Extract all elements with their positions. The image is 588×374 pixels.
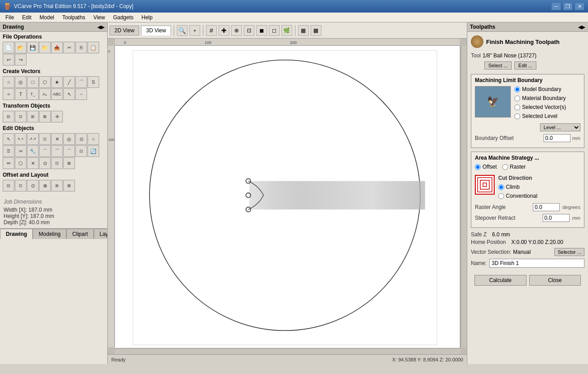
stepover-retract-input[interactable]: [543, 214, 570, 222]
ungroup-btn[interactable]: ✕: [51, 133, 63, 145]
join-btn[interactable]: ◎: [63, 133, 75, 145]
text-on-curve[interactable]: T_: [27, 88, 39, 100]
weld-btn[interactable]: 🔧: [27, 145, 39, 157]
dimension-tool[interactable]: ↔: [75, 88, 87, 100]
ellipse-tool[interactable]: ◎: [15, 76, 26, 88]
multi-select-tool[interactable]: ↗↗: [27, 133, 39, 145]
view-3d-btn[interactable]: 3D View: [141, 26, 171, 35]
step-repeat-tool[interactable]: ⊙: [27, 180, 39, 191]
canvas-container[interactable]: 0 100 200 0 100: [108, 39, 467, 354]
new-file-btn[interactable]: 📄: [3, 42, 14, 53]
zoom-box-icon[interactable]: ⊡: [244, 25, 255, 36]
edit-tool-btn[interactable]: Edit ...: [514, 61, 536, 70]
select-tool-btn[interactable]: Select ...: [484, 61, 512, 70]
close-button[interactable]: ✕: [575, 2, 584, 10]
cut-btn[interactable]: ✂: [63, 42, 75, 53]
circle-tool[interactable]: ○: [3, 76, 14, 88]
boolean-sub[interactable]: ⊡: [51, 157, 63, 169]
calculate-btn[interactable]: Calculate: [474, 275, 527, 286]
circular-copy-tool[interactable]: ⊕: [39, 180, 51, 191]
radio-climb[interactable]: Climb: [498, 184, 537, 190]
radio-model-boundary[interactable]: Model Boundary: [514, 86, 566, 92]
smooth-btn[interactable]: ⌒: [51, 145, 63, 157]
radio-selected-vectors[interactable]: Selected Vector(s): [514, 104, 566, 110]
select-tool[interactable]: ↖: [3, 133, 14, 145]
boundary-btn[interactable]: ⬡: [15, 157, 26, 169]
redo-btn[interactable]: ↪: [15, 54, 26, 65]
menu-edit[interactable]: Edit: [18, 13, 35, 22]
delete-btn[interactable]: ✕: [27, 157, 39, 169]
offset-tool[interactable]: ⊟: [3, 180, 14, 191]
arc-tool[interactable]: ⌒: [75, 76, 87, 88]
drawing-canvas[interactable]: [115, 46, 460, 354]
node-edit-tool[interactable]: ↖+: [15, 133, 26, 145]
selector-btn[interactable]: Selector ...: [554, 248, 584, 256]
fillet-btn[interactable]: ⌒: [63, 145, 75, 157]
view-tool1[interactable]: ◼: [256, 25, 267, 36]
view-tool5[interactable]: ▩: [311, 25, 321, 36]
copy-btn[interactable]: ⎘: [75, 42, 87, 53]
minimize-button[interactable]: ─: [551, 2, 561, 10]
scrollbar-horizontal[interactable]: [115, 348, 461, 354]
distribute-btn[interactable]: ⊠: [39, 111, 51, 122]
tab-drawing[interactable]: Drawing: [0, 229, 33, 239]
tab-modeling[interactable]: Modeling: [33, 229, 66, 239]
move-btn[interactable]: ✛: [51, 111, 63, 122]
tab-clipart[interactable]: Clipart: [66, 229, 94, 239]
spiral-tool[interactable]: S: [88, 76, 99, 88]
menu-view[interactable]: View: [90, 13, 109, 22]
view-2d-btn[interactable]: 2D View: [110, 26, 139, 35]
save-as-btn[interactable]: 📁: [39, 42, 51, 53]
raster-angle-input[interactable]: [533, 203, 560, 211]
boolean-union[interactable]: ☰: [3, 145, 14, 157]
menu-toolpaths[interactable]: Toolpaths: [59, 13, 89, 22]
array-btn[interactable]: 🔄: [88, 145, 99, 157]
boundary-offset-input[interactable]: [544, 134, 570, 142]
text-box-tool[interactable]: ABC: [51, 88, 63, 100]
rectangle-tool[interactable]: □: [27, 76, 39, 88]
pointer-tool[interactable]: ↖: [63, 88, 75, 100]
align-left-btn[interactable]: ⊟: [3, 111, 14, 122]
menu-file[interactable]: File: [2, 13, 18, 22]
scrollbar-vertical[interactable]: [461, 46, 467, 347]
mirror-btn[interactable]: ⊡: [75, 145, 87, 157]
tab-layers[interactable]: Layers: [94, 229, 108, 239]
fit-curve-btn[interactable]: ⌒: [39, 145, 51, 157]
radio-conventional[interactable]: Conventional: [498, 193, 537, 199]
close-btn[interactable]: Close: [529, 275, 581, 286]
menu-model[interactable]: Model: [36, 13, 58, 22]
radio-selected-level[interactable]: Selected Level: [514, 113, 566, 119]
zoom-fit-icon[interactable]: 🔍: [177, 25, 188, 36]
window-controls[interactable]: ─ ❐ ✕: [551, 2, 584, 10]
save-file-btn[interactable]: 💾: [27, 42, 39, 53]
group-btn[interactable]: ⊡: [39, 133, 51, 145]
nesting-tool[interactable]: ⊡: [15, 180, 26, 191]
view-tool3[interactable]: 🌿: [281, 25, 292, 36]
export-btn[interactable]: 📤: [51, 42, 63, 53]
distort-btn[interactable]: ✏: [3, 157, 14, 169]
zoom-in-icon[interactable]: +: [189, 25, 200, 36]
offset-btn[interactable]: ○: [88, 133, 99, 145]
line-tool[interactable]: ╱: [63, 76, 75, 88]
polygon-tool[interactable]: ⬡: [39, 76, 51, 88]
level-dropdown[interactable]: Level ...: [540, 123, 580, 131]
paste-btn[interactable]: 📋: [88, 42, 99, 53]
snap-icon[interactable]: ✚: [219, 25, 229, 36]
menu-help[interactable]: Help: [138, 13, 156, 22]
view-tool2[interactable]: ◻: [269, 25, 280, 36]
radio-offset[interactable]: Offset: [475, 164, 497, 170]
wave-tool[interactable]: ≈: [3, 88, 14, 100]
star-tool[interactable]: ★: [51, 76, 63, 88]
align-right-btn[interactable]: ⊞: [27, 111, 39, 122]
open-file-btn[interactable]: 📂: [15, 42, 26, 53]
menu-gadgets[interactable]: Gadgets: [110, 13, 137, 22]
view-tool4[interactable]: ▦: [298, 25, 309, 36]
name-input[interactable]: [489, 259, 584, 268]
trim-btn[interactable]: ✂: [15, 145, 26, 157]
restore-button[interactable]: ❐: [563, 2, 573, 10]
measure-btn[interactable]: ⊙: [39, 157, 51, 169]
radio-material-boundary[interactable]: Material Boundary: [514, 95, 566, 101]
radio-raster[interactable]: Raster: [502, 164, 526, 170]
undo-btn[interactable]: ↩: [3, 54, 14, 65]
tile-tool[interactable]: ⊠: [63, 180, 75, 191]
